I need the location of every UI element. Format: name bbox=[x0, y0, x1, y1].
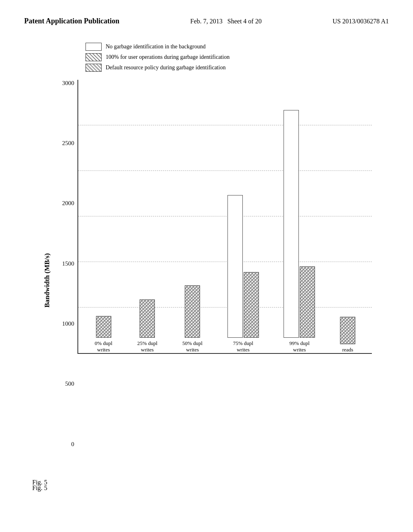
figure-label: Fig. 5 bbox=[32, 484, 47, 492]
legend-label-plain: No garbage identification in the backgro… bbox=[106, 44, 206, 50]
bar-crosshatch-75pct bbox=[244, 272, 259, 338]
legend-item-hatched: 100% for user operations during garbage … bbox=[86, 53, 372, 61]
sheet-number: Sheet 4 of 20 bbox=[227, 18, 262, 25]
bar-stack-99pct bbox=[284, 110, 315, 338]
legend-swatch-plain bbox=[86, 43, 102, 51]
legend-swatch-crosshatch bbox=[86, 64, 102, 72]
bar-plain-75pct bbox=[227, 195, 243, 338]
bar-group-75pct: 75% dupl writes bbox=[227, 195, 259, 353]
legend-label-hatched: 100% for user operations during garbage … bbox=[106, 54, 229, 60]
bar-label-50pct: 50% dupl writes bbox=[182, 340, 202, 353]
bar-group-0pct: 0% dupl writes bbox=[95, 316, 113, 353]
bar-label-75pct: 75% dupl writes bbox=[233, 340, 253, 353]
y-tick-1000: 1000 bbox=[62, 320, 74, 327]
chart-wrapper: Bandwidth (MB/s) No garbage identificati… bbox=[41, 39, 372, 462]
bar-label-25pct: 25% dupl writes bbox=[137, 340, 157, 353]
legend-item-plain: No garbage identification in the backgro… bbox=[86, 43, 372, 51]
bar-crosshatch-25pct bbox=[140, 299, 155, 338]
page-header: Patent Application Publication Feb. 7, 2… bbox=[0, 0, 413, 27]
bar-crosshatch-reads bbox=[340, 317, 355, 344]
y-tick-500: 500 bbox=[65, 380, 75, 387]
bar-crosshatch-50pct bbox=[185, 285, 200, 338]
legend-label-crosshatch: Default resource policy during garbage i… bbox=[106, 64, 225, 71]
bar-crosshatch-99pct bbox=[300, 266, 315, 338]
bar-stack-0pct bbox=[96, 316, 111, 338]
plot-area: 0 500 1000 1500 2000 2500 3000 bbox=[53, 80, 372, 462]
y-tick-2500: 2500 bbox=[62, 140, 74, 147]
bar-group-reads: reads bbox=[340, 317, 355, 353]
chart-body: No garbage identification in the backgro… bbox=[53, 39, 372, 462]
bar-label-0pct: 0% dupl writes bbox=[95, 340, 113, 353]
y-axis-label: Bandwidth (MB/s) bbox=[41, 131, 53, 434]
bar-stack-25pct bbox=[140, 299, 155, 338]
bar-group-99pct: 99% dupl writes bbox=[284, 110, 315, 353]
legend-swatch-hatched bbox=[86, 53, 102, 61]
header-center: Feb. 7, 2013 Sheet 4 of 20 bbox=[190, 16, 262, 27]
bar-group-25pct: 25% dupl writes bbox=[137, 299, 157, 353]
legend-item-crosshatch: Default resource policy during garbage i… bbox=[86, 64, 372, 72]
bar-plain-99pct bbox=[284, 110, 299, 338]
bar-group-50pct: 50% dupl writes bbox=[182, 285, 202, 353]
bar-stack-75pct bbox=[227, 195, 259, 338]
y-tick-2000: 2000 bbox=[62, 200, 74, 207]
y-tick-1500: 1500 bbox=[62, 260, 74, 267]
bar-stack-reads bbox=[340, 317, 355, 344]
chart-legend: No garbage identification in the backgro… bbox=[86, 43, 372, 72]
bars-area: 0% dupl writes 25% dupl writes bbox=[77, 80, 372, 354]
y-tick-0: 0 bbox=[71, 441, 75, 448]
patent-number: US 2013/0036278 A1 bbox=[332, 16, 389, 27]
publication-title: Patent Application Publication bbox=[24, 16, 119, 26]
bar-label-reads: reads bbox=[342, 347, 353, 353]
bar-label-99pct: 99% dupl writes bbox=[289, 340, 309, 353]
bar-crosshatch-0pct bbox=[96, 316, 111, 338]
y-axis-ticks: 0 500 1000 1500 2000 2500 3000 bbox=[53, 80, 77, 462]
bar-stack-50pct bbox=[185, 285, 200, 338]
y-tick-3000: 3000 bbox=[62, 80, 74, 87]
publication-date: Feb. 7, 2013 bbox=[190, 18, 223, 25]
bar-groups-container: 0% dupl writes 25% dupl writes bbox=[78, 80, 372, 353]
